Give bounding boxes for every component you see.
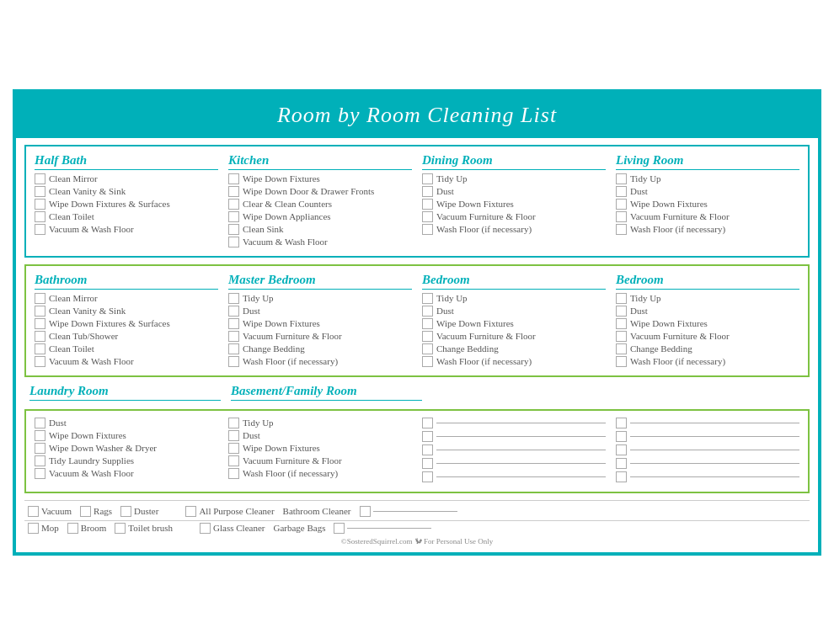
checkbox[interactable] xyxy=(360,506,371,517)
checkbox[interactable] xyxy=(120,506,131,517)
checkbox[interactable] xyxy=(35,186,45,197)
checkbox[interactable] xyxy=(616,211,627,222)
checkbox[interactable] xyxy=(228,343,239,354)
checkbox[interactable] xyxy=(228,331,239,342)
checkbox[interactable] xyxy=(616,199,627,210)
checkbox[interactable] xyxy=(35,211,45,222)
checkbox[interactable] xyxy=(422,458,433,469)
checkbox[interactable] xyxy=(200,523,211,534)
checkbox[interactable] xyxy=(616,186,627,197)
checkbox[interactable] xyxy=(422,306,433,317)
checkbox[interactable] xyxy=(35,331,45,342)
toiletbrush-tool: Toilet brush xyxy=(115,523,173,534)
content-area: Half Bath Clean Mirror Clean Vanity & Si… xyxy=(16,138,818,552)
list-item: Clean Sink xyxy=(228,224,412,235)
page-header: Room by Room Cleaning List xyxy=(16,93,818,138)
list-item: Vacuum Furniture & Floor xyxy=(616,211,799,222)
checkbox[interactable] xyxy=(422,224,433,235)
checkbox[interactable] xyxy=(35,173,45,184)
checkbox[interactable] xyxy=(616,444,627,455)
checkbox[interactable] xyxy=(334,523,345,534)
checkbox[interactable] xyxy=(35,468,45,479)
checkbox[interactable] xyxy=(28,506,39,517)
list-item: Clean Tub/Shower xyxy=(35,331,218,342)
list-item: Dust xyxy=(616,306,799,317)
checkbox[interactable] xyxy=(35,293,45,304)
checkbox[interactable] xyxy=(228,173,239,184)
checkbox[interactable] xyxy=(35,343,45,354)
checkbox[interactable] xyxy=(616,331,627,342)
checkbox[interactable] xyxy=(422,186,433,197)
checkbox[interactable] xyxy=(228,224,239,235)
checkbox[interactable] xyxy=(115,523,126,534)
checkbox[interactable] xyxy=(422,343,433,354)
checkbox[interactable] xyxy=(35,455,45,466)
checkbox[interactable] xyxy=(616,173,627,184)
checkbox[interactable] xyxy=(185,506,196,517)
checkbox[interactable] xyxy=(228,455,239,466)
checkbox[interactable] xyxy=(228,306,239,317)
checkbox[interactable] xyxy=(35,430,45,441)
vacuum-tool: Vacuum xyxy=(28,506,72,517)
checkbox[interactable] xyxy=(228,211,239,222)
checkbox[interactable] xyxy=(228,356,239,367)
checkbox[interactable] xyxy=(422,211,433,222)
blank-item xyxy=(616,431,799,442)
checkbox[interactable] xyxy=(35,199,45,210)
checkbox[interactable] xyxy=(228,468,239,479)
checkbox[interactable] xyxy=(616,458,627,469)
checkbox[interactable] xyxy=(422,418,433,428)
checkbox[interactable] xyxy=(422,356,433,367)
checkbox[interactable] xyxy=(228,186,239,197)
checkbox[interactable] xyxy=(422,431,433,442)
checkbox[interactable] xyxy=(616,318,627,329)
checkbox[interactable] xyxy=(35,418,45,428)
checkbox[interactable] xyxy=(35,356,45,367)
halfbath-title: Half Bath xyxy=(35,153,218,170)
checkbox[interactable] xyxy=(616,418,627,428)
checkbox[interactable] xyxy=(228,293,239,304)
checkbox[interactable] xyxy=(80,506,91,517)
checkbox[interactable] xyxy=(422,318,433,329)
checkbox[interactable] xyxy=(228,443,239,454)
footer-text: ©SosteredSquirrel.com 🐿 For Personal Use… xyxy=(341,537,493,546)
list-item: Wash Floor (if necessary) xyxy=(616,224,799,235)
living-section: Living Room Tidy Up Dust Wipe Down Fixtu… xyxy=(611,150,805,253)
checkbox[interactable] xyxy=(28,523,39,534)
checkbox[interactable] xyxy=(422,471,433,482)
blank-item xyxy=(422,458,606,469)
garbagebags-label: Garbage Bags xyxy=(273,523,325,533)
checkbox[interactable] xyxy=(422,444,433,455)
checkbox[interactable] xyxy=(422,199,433,210)
row3-titles: Laundry Room Basement/Family Room xyxy=(24,384,810,404)
checkbox[interactable] xyxy=(228,430,239,441)
list-item: Vacuum & Wash Floor xyxy=(35,356,218,367)
checkbox[interactable] xyxy=(616,293,627,304)
list-item: Vacuum & Wash Floor xyxy=(35,468,218,479)
checkbox[interactable] xyxy=(35,306,45,317)
checkbox[interactable] xyxy=(616,471,627,482)
checkbox[interactable] xyxy=(616,343,627,354)
checkbox[interactable] xyxy=(228,318,239,329)
list-item: Vacuum Furniture & Floor xyxy=(228,331,412,342)
checkbox[interactable] xyxy=(422,293,433,304)
checkbox[interactable] xyxy=(67,523,78,534)
checkbox[interactable] xyxy=(616,224,627,235)
list-item: Wash Floor (if necessary) xyxy=(616,356,799,367)
checkbox[interactable] xyxy=(35,224,45,235)
checkbox[interactable] xyxy=(228,199,239,210)
checkbox[interactable] xyxy=(35,318,45,329)
checkbox[interactable] xyxy=(228,237,239,247)
checkbox[interactable] xyxy=(422,173,433,184)
dining-section: Dining Room Tidy Up Dust Wipe Down Fixtu… xyxy=(417,150,611,253)
checkbox[interactable] xyxy=(616,306,627,317)
list-item: Dust xyxy=(616,186,799,197)
list-item: Wipe Down Fixtures xyxy=(616,199,799,210)
row1-wrapper: Half Bath Clean Mirror Clean Vanity & Si… xyxy=(29,150,805,253)
checkbox[interactable] xyxy=(35,443,45,454)
checkbox[interactable] xyxy=(616,431,627,442)
checkbox[interactable] xyxy=(422,331,433,342)
checkbox[interactable] xyxy=(228,418,239,428)
bedroom2-section: Bedroom Tidy Up Dust Wipe Down Fixtures … xyxy=(611,269,805,372)
checkbox[interactable] xyxy=(616,356,627,367)
